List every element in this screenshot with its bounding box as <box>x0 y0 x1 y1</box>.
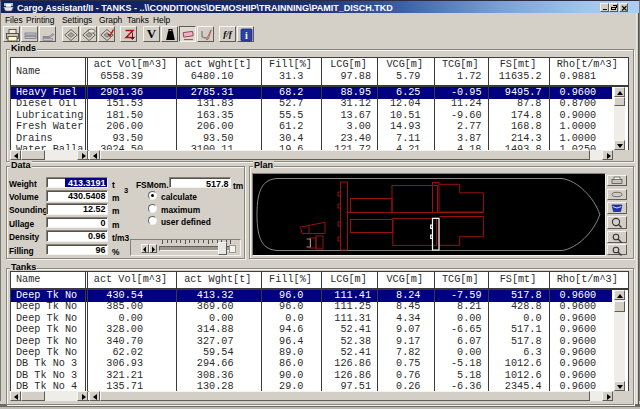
svg-text:i: i <box>245 30 248 41</box>
